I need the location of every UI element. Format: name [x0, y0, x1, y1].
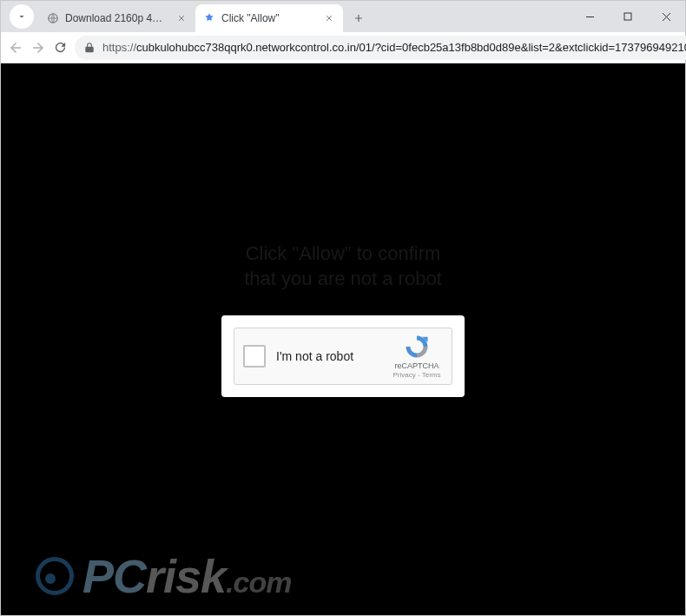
window-controls: [571, 1, 685, 32]
recaptcha-legal-text: Privacy - Terms: [391, 371, 443, 380]
maximize-button[interactable]: [609, 1, 647, 32]
minimize-icon: [585, 12, 595, 22]
tab-close-button[interactable]: [175, 11, 188, 25]
tab-search-button[interactable]: [10, 4, 34, 29]
tab-inactive-1[interactable]: Download 2160p 4K YIFY Movi…: [39, 4, 195, 32]
allow-prompt-text: Click "Allow" to confirm that you are no…: [244, 242, 442, 291]
recaptcha-brand-text: reCAPTCHA: [391, 361, 443, 371]
address-bar[interactable]: https://cubkulohubcc738qqrk0.networkcont…: [75, 36, 686, 60]
watermark-com: .com: [226, 566, 291, 599]
tab-strip: Download 2160p 4K YIFY Movi… Click "Allo…: [1, 1, 685, 32]
captcha-card: I'm not a robot reCAPTCHA Privacy - Term…: [221, 315, 465, 397]
toolbar: https://cubkulohubcc738qqrk0.networkcont…: [1, 32, 685, 63]
tab-title: Click "Allow": [221, 12, 317, 24]
close-icon: [177, 14, 186, 23]
close-icon: [662, 12, 671, 22]
arrow-left-icon: [8, 40, 23, 56]
prompt-line-1: Click "Allow" to confirm: [244, 242, 442, 267]
watermark-text: PCrisk.com: [82, 549, 291, 603]
browser-window: Download 2160p 4K YIFY Movi… Click "Allo…: [0, 0, 686, 616]
lock-icon: [83, 42, 96, 54]
forward-button[interactable]: [30, 36, 46, 60]
new-tab-button[interactable]: [346, 6, 371, 30]
tab-title: Download 2160p 4K YIFY Movi…: [65, 12, 169, 24]
back-button[interactable]: [8, 36, 23, 60]
recaptcha-widget: I'm not a robot reCAPTCHA Privacy - Term…: [234, 328, 452, 385]
plus-icon: [353, 12, 365, 24]
maximize-icon: [623, 12, 632, 21]
minimize-button[interactable]: [571, 1, 609, 32]
svg-rect-1: [624, 13, 631, 20]
watermark: PCrisk.com: [36, 549, 291, 603]
globe-icon: [46, 11, 60, 25]
watermark-logo-icon: [36, 557, 74, 595]
prompt-line-2: that you are not a robot: [244, 267, 442, 292]
watermark-pc: PC: [82, 550, 146, 602]
reload-button[interactable]: [53, 36, 68, 60]
close-window-button[interactable]: [647, 1, 685, 32]
click-allow-favicon: [202, 11, 216, 25]
chevron-down-icon: [16, 11, 27, 22]
recaptcha-icon: [404, 334, 430, 360]
watermark-rest: risk: [146, 550, 226, 602]
recaptcha-brand: reCAPTCHA Privacy - Terms: [391, 334, 443, 379]
arrow-right-icon: [30, 40, 46, 56]
close-icon: [325, 14, 333, 23]
recaptcha-label: I'm not a robot: [276, 349, 391, 363]
recaptcha-checkbox[interactable]: [243, 345, 266, 368]
tab-close-button[interactable]: [322, 11, 336, 25]
page-viewport: Click "Allow" to confirm that you are no…: [1, 63, 685, 615]
reload-icon: [53, 40, 68, 55]
url-text: https://cubkulohubcc738qqrk0.networkcont…: [102, 41, 686, 54]
tab-active[interactable]: Click "Allow": [195, 4, 343, 32]
